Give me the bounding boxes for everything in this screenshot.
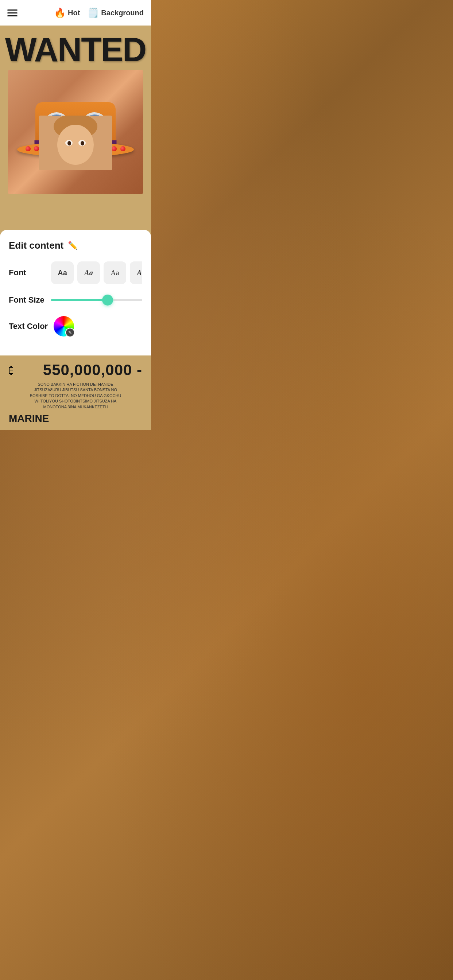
svg-point-24	[81, 141, 84, 145]
svg-point-23	[67, 141, 71, 145]
font-option-palatino[interactable]: Aa	[130, 261, 142, 284]
person-photo	[39, 116, 112, 170]
text-color-section: Text Color	[9, 316, 142, 337]
bounty-row: ₿ 550,000,000 -	[9, 361, 142, 379]
bounty-amount: 550,000,000 -	[43, 361, 142, 379]
fire-icon: 🔥	[54, 7, 65, 19]
text-color-label: Text Color	[9, 321, 48, 331]
background-nav-item[interactable]: 🗒️ Background	[87, 7, 144, 19]
top-navigation: 🔥 Hot 🗒️ Background	[0, 0, 151, 25]
font-option-normal-text: Aa	[57, 269, 67, 277]
edit-panel: Edit content ✏️ Font Aa Aa Aa Aa	[0, 230, 151, 355]
hamburger-menu-button[interactable]	[7, 10, 18, 16]
edit-content-title: Edit content	[9, 240, 64, 251]
font-option-serif[interactable]: Aa	[104, 261, 126, 284]
svg-point-20	[57, 125, 94, 165]
font-option-italic[interactable]: Aa	[77, 261, 100, 284]
poster-footer: ₿ 550,000,000 - SONO BAKKIN HA FICTION D…	[0, 355, 151, 430]
hot-label: Hot	[68, 9, 80, 17]
marine-label: MARINE	[9, 413, 49, 425]
font-options-list: Aa Aa Aa Aa Aa Aa	[51, 261, 142, 284]
marine-row: MARINE	[9, 413, 142, 425]
bounty-subtitle: SONO BAKKIN HA FICTION DETHANIDE JITSUZA…	[28, 382, 123, 410]
background-poster-icon: 🗒️	[87, 7, 99, 19]
color-wheel-picker[interactable]	[54, 316, 74, 337]
wanted-title: WANTED	[0, 25, 151, 66]
poster-top-area: WANTED	[0, 25, 151, 237]
poster-image[interactable]	[8, 70, 143, 194]
font-section: Font Aa Aa Aa Aa Aa Aa	[9, 261, 142, 284]
background-label: Background	[101, 9, 144, 17]
hot-nav-item[interactable]: 🔥 Hot	[54, 7, 80, 19]
font-option-normal[interactable]: Aa	[51, 261, 74, 284]
font-size-section: Font Size	[9, 293, 142, 307]
pencil-icon[interactable]: ✏️	[68, 241, 78, 250]
font-size-label: Font Size	[9, 295, 45, 305]
font-size-slider-container	[51, 293, 142, 307]
font-option-italic-text: Aa	[84, 269, 93, 277]
edit-header: Edit content ✏️	[9, 240, 142, 251]
bounty-icon: ₿	[9, 364, 14, 376]
font-option-palatino-text: Aa	[137, 269, 142, 277]
font-label: Font	[9, 268, 45, 277]
font-option-serif-text: Aa	[110, 269, 119, 277]
